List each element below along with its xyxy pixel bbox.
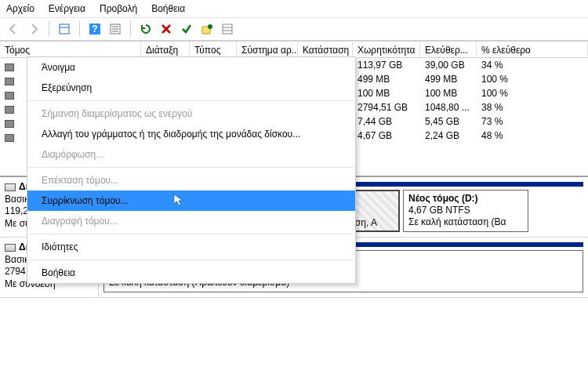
partition[interactable]: Νέος τόμος (D:) 4,67 GB NTFS Σε καλή κατ… [403,190,528,232]
cell-capacity: 100 MB [353,86,420,100]
toolbar-separator [79,21,80,37]
svg-point-9 [208,24,212,29]
list-icon[interactable] [219,20,236,38]
disk-icon [5,183,16,191]
volume-icon [5,75,14,85]
help-icon[interactable]: ? [86,20,103,38]
menu-file[interactable]: Αρχείο [6,3,34,14]
cell-capacity: 7,44 GB [353,114,420,129]
ctx-separator [29,167,354,168]
col-free[interactable]: Ελεύθερ... [420,42,477,57]
cell-pct: 100 % [477,86,588,100]
ctx-separator [29,260,354,260]
toolbar-separator [49,21,49,37]
ctx-extend: Επέκταση τόμου... [27,170,355,191]
cell-capacity: 113,97 GB [353,58,420,72]
delete-icon[interactable] [158,20,175,38]
toolbar: ? [0,18,588,41]
svg-rect-0 [60,24,69,34]
cell-pct: 100 % [477,72,588,86]
ctx-open[interactable]: Άνοιγμα [27,57,355,78]
cell-free: 100 MB [420,86,477,100]
cell-free: 499 MB [420,72,477,86]
disk-icon [5,244,16,252]
ctx-mark-active: Σήμανση διαμερίσματος ως ενεργού [27,103,355,124]
col-volume[interactable]: Τόμος [0,42,141,57]
part-name: Νέος τόμος (D:) [408,193,523,205]
cell-free: 1048,80 ... [420,100,477,114]
cell-pct: 38 % [477,100,588,114]
cell-capacity: 2794,51 GB [353,100,420,114]
ctx-explore[interactable]: Εξερεύνηση [27,78,355,98]
ctx-delete: Διαγραφή τόμου... [27,211,355,231]
part-size: 4,67 GB NTFS [408,205,523,216]
ctx-separator [29,234,354,234]
ctx-properties[interactable]: Ιδιότητες [27,237,355,257]
toolbar-separator [130,21,131,37]
new-volume-icon[interactable] [198,20,216,38]
ctx-shrink[interactable]: Συρρίκνωση τόμου... [27,191,355,211]
svg-rect-10 [223,24,232,34]
cell-pct: 48 % [477,129,588,143]
volume-icon [5,132,14,141]
svg-text:?: ? [92,24,97,34]
cell-free: 5,45 GB [420,114,477,129]
menu-help[interactable]: Βοήθεια [151,3,185,14]
cell-free: 2,24 GB [420,129,477,143]
col-pctfree[interactable]: % ελεύθερο [477,42,588,57]
ctx-separator [29,100,354,101]
forward-button [25,20,42,38]
col-fs[interactable]: Σύστημα αρ... [237,42,298,57]
refresh-icon[interactable] [137,20,154,38]
volume-icon [5,118,14,127]
ctx-format: Διαμόρφωση... [27,144,355,165]
back-button [5,20,22,38]
volume-icon [5,103,14,113]
menubar: Αρχείο Ενέργεια Προβολή Βοήθεια [0,0,588,18]
volume-icon [5,89,14,99]
cell-pct: 34 % [477,58,588,72]
menu-view[interactable]: Προβολή [100,3,137,14]
volume-icon [5,61,14,71]
cell-free: 39,00 GB [420,58,477,72]
ctx-change-letter[interactable]: Αλλαγή του γράμματος ή της διαδρομής της… [27,124,355,144]
col-type[interactable]: Τύπος [190,42,237,57]
properties-icon[interactable] [107,20,124,38]
col-layout[interactable]: Διάταξη [141,42,190,57]
cell-pct: 73 % [477,114,588,129]
cell-capacity: 4,67 GB [353,129,420,143]
menu-action[interactable]: Ενέργεια [49,3,85,14]
views-button[interactable] [56,20,73,38]
checkmark-icon[interactable] [178,20,195,38]
cell-capacity: 499 MB [353,72,420,86]
col-capacity[interactable]: Χωρητικότητα [353,42,420,57]
ctx-help[interactable]: Βοήθεια [27,263,355,283]
context-menu: Άνοιγμα Εξερεύνηση Σήμανση διαμερίσματος… [27,56,356,284]
part-status: Σε καλή κατάσταση (Βα [408,216,523,228]
table-header: Τόμος Διάταξη Τύπος Σύστημα αρ... Κατάστ… [0,41,588,58]
col-status[interactable]: Κατάσταση [298,42,353,57]
